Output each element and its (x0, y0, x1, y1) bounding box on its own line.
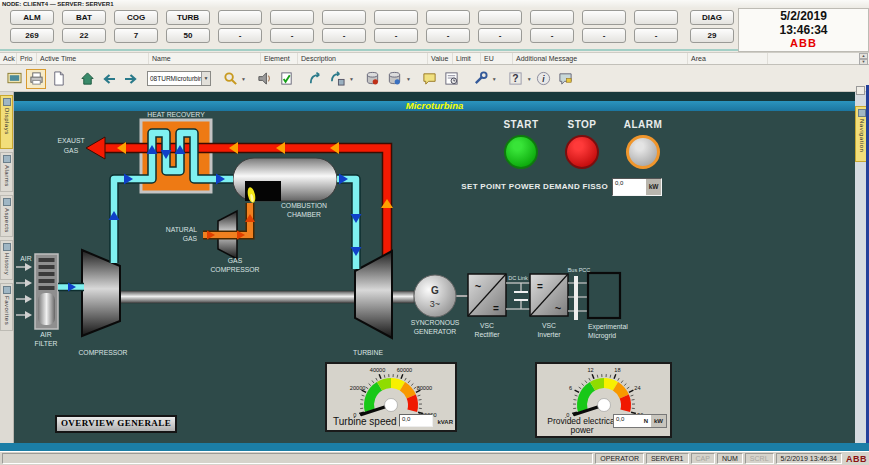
note-icon[interactable] (420, 69, 440, 89)
tab-favorites[interactable]: Favorites (0, 283, 13, 331)
find-caret-icon[interactable]: ▼ (241, 76, 246, 82)
displays-tab-label: Displays (4, 108, 10, 135)
schedule-icon[interactable] (442, 69, 462, 89)
stop-indicator[interactable] (565, 135, 599, 169)
svg-text:VSC: VSC (480, 322, 494, 329)
alarm-group-button[interactable] (322, 10, 366, 25)
tab-aspects[interactable]: Aspects (0, 195, 13, 237)
forward-icon[interactable] (121, 69, 141, 89)
alarm-group-button[interactable] (530, 10, 574, 25)
alarm-group-button[interactable] (582, 10, 626, 25)
alarm-group-count[interactable]: - (582, 28, 626, 43)
find-icon[interactable] (220, 69, 240, 89)
comment-icon[interactable] (556, 69, 576, 89)
announce-icon[interactable] (255, 69, 275, 89)
alarm-column-element[interactable]: Element (261, 53, 298, 64)
svg-text:Microgrid: Microgrid (588, 332, 616, 340)
info-icon[interactable]: i (534, 69, 554, 89)
alarm-group-count[interactable]: - (218, 28, 262, 43)
transfer-caret-icon[interactable]: ▼ (349, 76, 354, 82)
alarm-group-button[interactable] (270, 10, 314, 25)
tab-alarms[interactable]: Alarms (0, 152, 13, 192)
alarm-group-count[interactable]: 22 (62, 28, 106, 43)
alarm-group-button[interactable] (426, 10, 470, 25)
alarm-group-count[interactable]: - (426, 28, 470, 43)
home-icon[interactable] (77, 69, 97, 89)
alarm-group-button[interactable] (478, 10, 522, 25)
alarm-group-button[interactable] (218, 10, 262, 25)
display-title: Microturbina (406, 100, 464, 111)
overview-generale-button[interactable]: OVERVIEW GENERALE (55, 415, 177, 433)
alarm-column-prio[interactable]: Prio (17, 53, 37, 64)
alarm-column-ack[interactable]: Ack (0, 53, 17, 64)
svg-text:60000: 60000 (397, 367, 413, 373)
alarm-column-active-time[interactable]: Active Time (37, 53, 149, 64)
print-icon[interactable] (26, 69, 46, 89)
alarm-column-description[interactable]: Description (298, 53, 428, 64)
alarm-column-limit[interactable]: Limit (453, 53, 481, 64)
alarm-column-value[interactable]: Value (428, 53, 453, 64)
alarm-group-button[interactable] (634, 10, 678, 25)
transfer-icon[interactable] (306, 69, 326, 89)
alarm-list-scrollbar[interactable]: ▲▼ (859, 53, 868, 65)
help-icon[interactable]: ? (506, 69, 526, 89)
start-indicator[interactable] (504, 135, 538, 169)
svg-text:12: 12 (587, 367, 593, 373)
alarm-group-button[interactable] (374, 10, 418, 25)
alarm-group-count[interactable]: - (322, 28, 366, 43)
alarm-group-count[interactable]: - (478, 28, 522, 43)
alarm-group-count[interactable]: 29 (690, 28, 734, 43)
database-config-icon[interactable] (385, 69, 405, 89)
tools-icon[interactable] (471, 69, 491, 89)
help-caret-icon[interactable]: ▼ (527, 76, 532, 82)
turbine-speed-title: Turbine speed (333, 416, 397, 427)
alarm-group-count[interactable]: 7 (114, 28, 158, 43)
alarm-column-filler (768, 53, 869, 64)
svg-text:=: = (537, 281, 543, 292)
new-display-icon[interactable] (48, 69, 68, 89)
provided-power-value: 0,0 (614, 415, 641, 427)
alarm-group-count[interactable]: - (374, 28, 418, 43)
abb-logo-statusbar: ABB (846, 454, 867, 464)
alarm-group-button[interactable]: BAT (62, 10, 106, 25)
alarm-group-count[interactable]: 269 (10, 28, 54, 43)
alarm-group-button[interactable]: ALM (10, 10, 54, 25)
svg-text:HEAT RECOVERY: HEAT RECOVERY (147, 111, 205, 118)
history-database-icon[interactable] (363, 69, 383, 89)
vsc-rectifier: ~ = VSC Rectifier (468, 274, 506, 338)
database-caret-icon[interactable]: ▼ (406, 76, 411, 82)
alarm-column-name[interactable]: Name (149, 53, 261, 64)
display-selector-dropdown-icon[interactable]: ▼ (201, 72, 210, 85)
tools-caret-icon[interactable]: ▼ (492, 76, 497, 82)
display-icon[interactable] (4, 69, 24, 89)
alarm-group-button[interactable]: COG (114, 10, 158, 25)
alarm-group-count[interactable]: - (530, 28, 574, 43)
alarm-group-count[interactable]: - (270, 28, 314, 43)
alarm-column-area[interactable]: Area (688, 53, 768, 64)
tab-history[interactable]: History (0, 240, 13, 280)
alarm-column-additional-message[interactable]: Additional Message (513, 53, 688, 64)
alarm-column-eu[interactable]: EU (481, 53, 513, 64)
hmi-window: NODE: CLIENT4 — SERVER: SERVER1 ALM269BA… (0, 0, 869, 465)
alarm-group-count[interactable]: 50 (166, 28, 210, 43)
acknowledge-icon[interactable] (277, 69, 297, 89)
svg-text:18: 18 (614, 367, 620, 373)
svg-text:=: = (493, 303, 499, 314)
svg-text:DC Link: DC Link (508, 275, 528, 281)
pin-icon[interactable] (856, 86, 865, 95)
setpoint-value[interactable]: 0,0 (613, 179, 646, 195)
alarm-list-header: AckPrioActive TimeNameElementDescription… (0, 52, 869, 65)
back-icon[interactable] (99, 69, 119, 89)
alarm-indicator[interactable] (626, 135, 660, 169)
status-cap: CAP (691, 453, 715, 464)
display-selector[interactable]: 08TURMicroturbin ▼ (147, 71, 211, 86)
svg-text:G: G (431, 285, 439, 296)
alarm-group-button[interactable]: DIAG (690, 10, 734, 25)
alarm-label: ALARM (613, 119, 673, 130)
transfer-target-icon[interactable] (328, 69, 348, 89)
tab-displays[interactable]: Displays (0, 95, 13, 149)
alarm-group-count[interactable]: - (634, 28, 678, 43)
alarm-group-button[interactable]: TURB (166, 10, 210, 25)
setpoint-input[interactable]: 0,0 kW (612, 178, 662, 196)
svg-text:COMPRESSOR: COMPRESSOR (78, 349, 127, 356)
